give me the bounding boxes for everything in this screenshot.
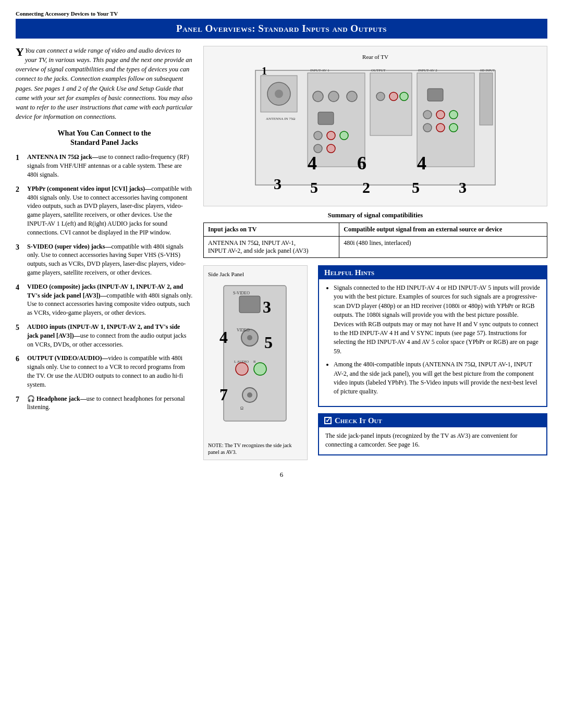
list-item: 4 VIDEO (composite) jacks (INPUT-AV 1, I… (16, 282, 193, 317)
svg-point-13 (327, 131, 335, 140)
item-number-1: 1 (16, 153, 24, 179)
svg-text:INPUT-AV 1: INPUT-AV 1 (310, 68, 329, 72)
svg-point-29 (436, 124, 445, 132)
output-signal-cell: 480i (480 lines, interlaced) (339, 237, 547, 258)
list-item: 7 🎧 Headphone jack—use to connect headph… (16, 394, 193, 412)
svg-text:1: 1 (262, 65, 267, 77)
drop-cap-Y: Y (16, 46, 24, 58)
intro-text: YYou can connect a wide range of video a… (16, 46, 193, 121)
svg-rect-17 (370, 73, 412, 135)
svg-text:3: 3 (263, 298, 271, 316)
summary-table: Input jacks on TV Compatible output sign… (203, 223, 547, 258)
svg-text:R: R (253, 360, 256, 364)
svg-point-19 (376, 92, 385, 101)
helpful-hints-title: Helpful Hints (319, 266, 546, 279)
col1-header: Input jacks on TV (204, 223, 339, 237)
item-number-2: 2 (16, 184, 24, 237)
item-text-2: YPbPr (component video input [CVI] jacks… (27, 184, 193, 237)
svg-text:INPUT-AV 2: INPUT-AV 2 (418, 68, 437, 72)
helpful-hints-box: Helpful Hints Signals connected to the H… (318, 265, 547, 407)
main-layout: YYou can connect a wide range of video a… (16, 46, 547, 460)
svg-text:5: 5 (310, 179, 318, 196)
bottom-layout: Side Jack Panel S-VIDEO 3 VIDEO (203, 265, 547, 460)
list-item: 1 ANTENNA IN 75Ω jack—use to connect rad… (16, 153, 193, 179)
rear-tv-label: Rear of TV (362, 54, 388, 60)
svg-rect-42 (239, 296, 260, 313)
check-icon (324, 417, 332, 424)
svg-text:HD INPUT: HD INPUT (480, 69, 495, 72)
item-text-7: 🎧 Headphone jack—use to connect headphon… (27, 394, 193, 412)
svg-text:5: 5 (264, 333, 273, 352)
numbered-items-list: 1 ANTENNA IN 75Ω jack—use to connect rad… (16, 153, 193, 412)
hints-check-area: Helpful Hints Signals connected to the H… (318, 265, 547, 460)
svg-text:4: 4 (417, 153, 426, 174)
side-panel-area: Side Jack Panel S-VIDEO 3 VIDEO (203, 265, 308, 460)
svg-point-21 (400, 92, 408, 101)
item-number-5: 5 (16, 323, 24, 349)
item-number-4: 4 (16, 282, 24, 317)
check-it-out-title: Check It Out (319, 414, 546, 427)
item-text-6: OUTPUT (VIDEO/AUDIO)—video is compatible… (27, 354, 193, 389)
svg-point-52 (254, 363, 266, 375)
svg-text:4: 4 (219, 328, 228, 347)
svg-text:2: 2 (362, 179, 370, 196)
svg-point-55 (247, 392, 252, 398)
summary-title: Summary of signal compatibilities (203, 212, 547, 219)
input-jacks-cell: ANTENNA IN 75Ω, INPUT AV-1, INPUT AV-2, … (204, 237, 339, 258)
svg-point-50 (236, 363, 248, 375)
svg-rect-11 (318, 112, 334, 125)
svg-text:VIDEO: VIDEO (237, 328, 250, 332)
svg-point-8 (313, 91, 323, 102)
svg-point-28 (423, 124, 432, 132)
svg-text:Ω: Ω (240, 406, 243, 411)
item-number-7: 7 (16, 394, 24, 412)
svg-point-46 (247, 335, 252, 340)
title-banner: Panel Overviews: Standard Inputs and Out… (16, 19, 547, 39)
item-text-1: ANTENNA IN 75Ω jack—use to connect radio… (27, 153, 193, 179)
list-item: 3 S-VIDEO (super video) jacks—compatible… (16, 242, 193, 277)
hint-item-1: Signals connected to the HD INPUT-AV 4 o… (334, 283, 540, 356)
side-panel-label: Side Jack Panel (208, 271, 244, 277)
top-label: Connecting Accessory Devices to Your TV (16, 10, 547, 17)
svg-rect-24 (427, 89, 443, 101)
svg-text:7: 7 (219, 385, 228, 404)
svg-point-30 (449, 124, 458, 132)
svg-text:4: 4 (308, 153, 317, 174)
svg-point-27 (449, 110, 458, 119)
left-column: YYou can connect a wide range of video a… (16, 46, 193, 460)
svg-point-25 (423, 110, 432, 119)
page-number: 6 (16, 471, 547, 479)
table-row: ANTENNA IN 75Ω, INPUT AV-1, INPUT AV-2, … (204, 237, 547, 258)
helpful-hints-content: Signals connected to the HD INPUT-AV 4 o… (325, 283, 540, 397)
section-heading: What You Can Connect to the Standard Pan… (16, 129, 193, 147)
svg-point-20 (389, 92, 398, 101)
svg-text:6: 6 (357, 153, 366, 174)
svg-text:3: 3 (459, 179, 467, 196)
svg-text:S-VIDEO: S-VIDEO (233, 291, 250, 295)
item-number-6: 6 (16, 354, 24, 389)
svg-text:3: 3 (274, 175, 282, 192)
hint-item-2: Among the 480i-compatible inputs (ANTENN… (334, 360, 540, 397)
svg-point-15 (314, 144, 322, 153)
svg-text:ANTENNA IN 75Ω: ANTENNA IN 75Ω (266, 117, 296, 121)
intro-body: You can connect a wide range of video an… (16, 47, 192, 120)
svg-point-9 (328, 91, 339, 102)
svg-text:L AUDIO: L AUDIO (234, 360, 249, 364)
list-item: 5 AUDIO inputs (INPUT-AV 1, INPUT-AV 2, … (16, 323, 193, 349)
svg-text:OUTPUT: OUTPUT (371, 68, 386, 72)
side-panel-svg: S-VIDEO 3 VIDEO 4 5 L AUDIO (208, 280, 302, 437)
check-it-out-box: Check It Out The side jack-panel inputs … (318, 413, 547, 456)
list-item: 6 OUTPUT (VIDEO/AUDIO)—video is compatib… (16, 354, 193, 389)
tv-rear-diagram: Rear of TV ANTENNA IN 75Ω 1 INPUT-AV 1 (203, 46, 547, 206)
right-column: Rear of TV ANTENNA IN 75Ω 1 INPUT-AV 1 (203, 46, 547, 460)
side-panel-note: NOTE: The TV recognizes the side jack pa… (208, 442, 303, 455)
summary-section: Summary of signal compatibilities Input … (203, 212, 547, 258)
item-text-5: AUDIO inputs (INPUT-AV 1, INPUT-AV 2, an… (27, 323, 193, 349)
list-item: 2 YPbPr (component video input [CVI] jac… (16, 184, 193, 237)
svg-point-3 (275, 90, 283, 98)
svg-point-16 (327, 144, 335, 153)
item-text-4: VIDEO (composite) jacks (INPUT-AV 1, INP… (27, 282, 193, 317)
rear-panel-svg: ANTENNA IN 75Ω 1 INPUT-AV 1 (250, 60, 500, 201)
col2-header: Compatible output signal from an externa… (339, 223, 547, 237)
svg-point-12 (314, 131, 322, 140)
